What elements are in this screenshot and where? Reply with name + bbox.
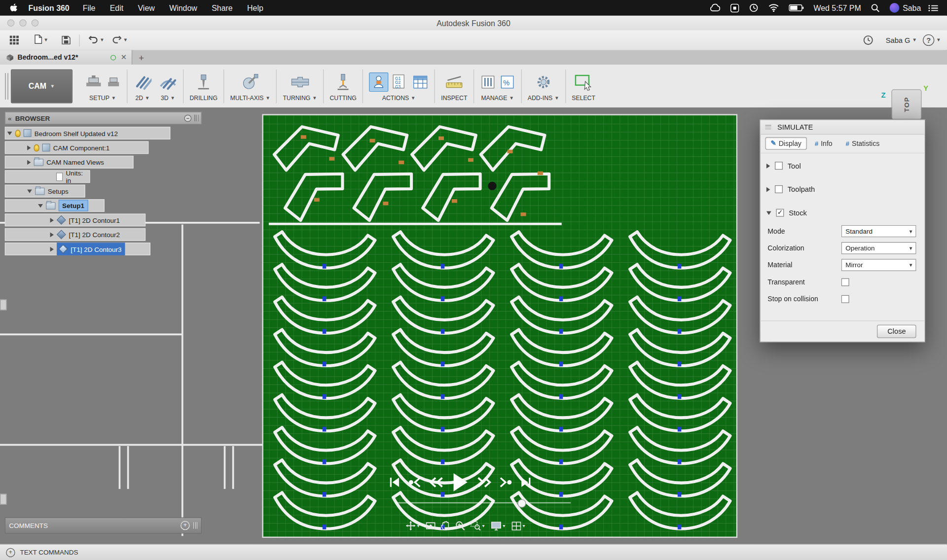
browser-item-contour2[interactable]: [T1] 2D Contour2 — [5, 228, 146, 241]
section-tool[interactable]: Tool — [761, 158, 925, 174]
ribbon-group-3d[interactable]: 3D▼ — [155, 67, 181, 105]
mode-select[interactable]: Standard ▼ — [841, 225, 916, 237]
zoom-button[interactable] — [455, 521, 465, 531]
setup-sheet-report-icon[interactable] — [413, 74, 429, 90]
post-process-icon[interactable]: G1G2G3 — [392, 73, 409, 90]
transparent-checkbox[interactable] — [841, 278, 849, 286]
active-app-menu[interactable]: Fusion 360 — [29, 3, 70, 12]
section-stock[interactable]: Stock — [761, 205, 925, 220]
browser-header[interactable]: « BROWSER − — [5, 112, 202, 125]
expander-icon[interactable] — [27, 145, 31, 150]
skip-to-start-button[interactable] — [388, 476, 401, 489]
tab-statistics[interactable]: # Statistics — [840, 138, 885, 149]
view-cube-face-label[interactable]: TOP — [903, 97, 911, 112]
tool-visibility-checkbox[interactable] — [775, 162, 783, 170]
ribbon-group-cutting[interactable]: CUTTING — [326, 67, 360, 105]
expander-icon[interactable] — [7, 131, 12, 135]
comments-drag-handle[interactable] — [193, 522, 198, 528]
collapse-panel-icon[interactable]: « — [8, 114, 11, 122]
expander-icon[interactable] — [27, 189, 32, 193]
save-button[interactable] — [58, 34, 74, 47]
toolbar-grip-handle[interactable] — [5, 73, 8, 100]
ribbon-group-setup[interactable]: SETUP▼ — [81, 67, 124, 105]
pan-hand-button[interactable] — [441, 521, 450, 531]
tab-info[interactable]: # Info — [809, 138, 838, 149]
close-tab-icon[interactable]: ✕ — [121, 53, 127, 62]
new-tab-button[interactable]: + — [132, 50, 150, 65]
colorization-select[interactable]: Operation ▼ — [841, 242, 916, 254]
ribbon-group-multi-axis[interactable]: MULTI-AXIS▼ — [226, 67, 274, 105]
visibility-bulb-icon[interactable] — [34, 144, 39, 151]
ribbon-group-2d[interactable]: 2D▼ — [130, 67, 155, 105]
browser-item-setups[interactable]: Setups — [5, 185, 85, 198]
look-at-button[interactable] — [426, 522, 436, 530]
undo-button[interactable]: ▼ — [84, 33, 108, 48]
menu-clock[interactable]: Wed 5:57 PM — [814, 3, 861, 12]
text-commands-bar[interactable]: + TEXT COMMANDS — [0, 544, 947, 560]
user-avatar[interactable] — [889, 3, 899, 13]
ribbon-group-actions[interactable]: G1G2G3 ACTIONS▼ — [365, 67, 432, 105]
menu-file[interactable]: File — [83, 3, 96, 12]
job-status-button[interactable] — [860, 33, 877, 47]
app-grid-button[interactable] — [6, 34, 22, 47]
document-tab[interactable]: Bedroom...ed v12* ✕ — [0, 50, 132, 65]
ribbon-group-drilling[interactable]: DRILLING — [186, 67, 221, 105]
help-menu-button[interactable]: ? ▼ — [923, 35, 941, 46]
simulate-dialog-titlebar[interactable]: SIMULATE — [761, 120, 925, 135]
battery-icon[interactable] — [789, 4, 804, 12]
browser-drag-handle[interactable] — [194, 115, 199, 121]
minimize-browser-icon[interactable]: − — [184, 114, 191, 122]
expand-text-commands-icon[interactable]: + — [6, 548, 15, 557]
panel-resize-handle[interactable] — [0, 494, 6, 505]
panel-resize-handle[interactable] — [0, 299, 6, 310]
redo-button[interactable]: ▼ — [108, 33, 132, 48]
material-select[interactable]: Mirror ▼ — [841, 259, 916, 271]
creative-cloud-icon[interactable] — [710, 3, 721, 12]
browser-item-setup1[interactable]: Setup1 — [5, 199, 105, 212]
browser-item-contour3[interactable]: [T1] 2D Contour3 — [5, 243, 150, 255]
section-toolpath[interactable]: Toolpath — [761, 182, 925, 197]
play-button[interactable] — [451, 472, 470, 493]
toolpath-visibility-checkbox[interactable] — [775, 185, 783, 193]
add-comment-icon[interactable]: + — [181, 521, 189, 530]
browser-item-cam-component[interactable]: CAM Component:1 — [5, 141, 148, 154]
step-forward-button[interactable] — [476, 476, 492, 489]
simulation-timeline-track[interactable] — [396, 502, 571, 503]
menu-help[interactable]: Help — [247, 3, 263, 12]
expander-icon[interactable] — [50, 217, 54, 222]
simulate-icon-active[interactable] — [369, 72, 389, 91]
menu-view[interactable]: View — [138, 3, 155, 12]
timeline-handle[interactable] — [517, 499, 526, 508]
expander-icon[interactable] — [27, 160, 31, 165]
ribbon-group-add-ins[interactable]: ADD-INS▼ — [524, 67, 563, 105]
step-back-button[interactable] — [429, 476, 444, 489]
display-settings-button[interactable]: ▼ — [491, 521, 506, 530]
expander-icon[interactable] — [50, 232, 54, 237]
close-dialog-button[interactable]: Close — [877, 325, 916, 338]
expander-icon[interactable] — [38, 204, 43, 207]
grid-settings-button[interactable]: ▼ — [511, 521, 526, 530]
previous-operation-button[interactable] — [408, 476, 422, 489]
apple-menu-icon[interactable] — [10, 3, 18, 12]
wifi-icon[interactable] — [768, 3, 779, 12]
expander-icon[interactable] — [50, 246, 54, 251]
tab-display[interactable]: ✎ Display — [765, 137, 806, 150]
time-machine-icon[interactable] — [749, 3, 759, 13]
menu-share[interactable]: Share — [212, 3, 232, 12]
ribbon-group-inspect[interactable]: INSPECT — [437, 67, 471, 105]
menu-edit[interactable]: Edit — [110, 3, 123, 12]
ribbon-group-turning[interactable]: TURNING▼ — [279, 67, 321, 105]
browser-item-units[interactable]: Units: in — [5, 170, 90, 183]
expander-icon[interactable] — [766, 211, 771, 214]
stop-on-collision-checkbox[interactable] — [841, 295, 849, 303]
expander-icon[interactable] — [766, 163, 770, 168]
menu-user-name[interactable]: Saba — [903, 3, 921, 12]
ribbon-group-manage[interactable]: % MANAGE▼ — [476, 67, 519, 105]
account-menu-button[interactable]: Saba G ▼ — [886, 36, 917, 44]
spotlight-search-icon[interactable] — [871, 3, 879, 12]
stock-visibility-checkbox[interactable] — [776, 209, 784, 217]
browser-item-document-root[interactable]: Bedroom Shelf Updated v12 — [5, 127, 171, 140]
file-menu-button[interactable]: ▼ — [31, 33, 52, 48]
skip-to-end-button[interactable] — [519, 476, 533, 489]
pan-button[interactable]: ▼ — [406, 521, 420, 531]
